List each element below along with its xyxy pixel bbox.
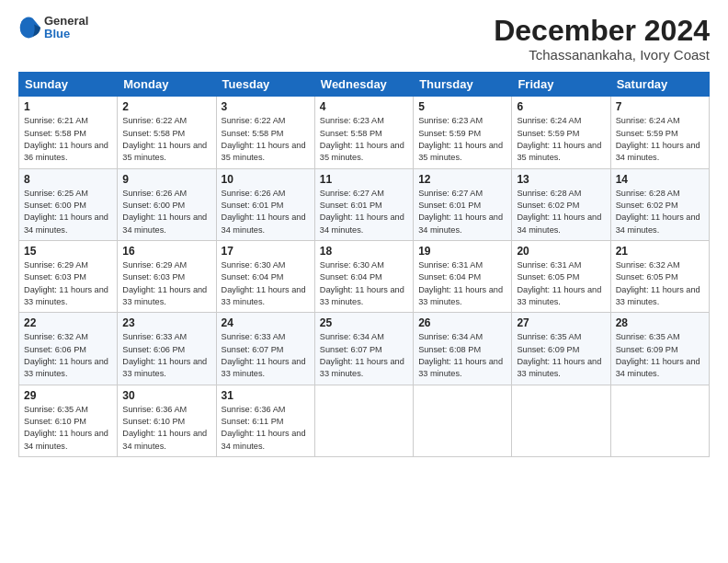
day-number: 10 [222, 173, 310, 186]
cell-info: Sunrise: 6:26 AMSunset: 6:00 PMDaylight:… [122, 189, 207, 235]
calendar-cell [414, 385, 512, 456]
cell-info: Sunrise: 6:22 AMSunset: 5:58 PMDaylight:… [222, 116, 306, 162]
col-friday: Friday [512, 73, 610, 97]
calendar-week-1: 1Sunrise: 6:21 AMSunset: 5:58 PMDaylight… [19, 97, 710, 168]
day-number: 20 [517, 245, 605, 258]
calendar-cell: 17Sunrise: 6:30 AMSunset: 6:04 PMDayligh… [216, 240, 314, 312]
calendar-week-2: 8Sunrise: 6:25 AMSunset: 6:00 PMDaylight… [19, 168, 710, 240]
col-sunday: Sunday [19, 73, 118, 97]
cell-info: Sunrise: 6:28 AMSunset: 6:02 PMDaylight:… [517, 189, 601, 235]
col-tuesday: Tuesday [216, 73, 314, 97]
calendar-cell: 8Sunrise: 6:25 AMSunset: 6:00 PMDaylight… [19, 168, 118, 240]
calendar-cell: 5Sunrise: 6:23 AMSunset: 5:59 PMDaylight… [414, 97, 512, 168]
calendar-subtitle: Tchassanankaha, Ivory Coast [494, 47, 710, 63]
calendar-cell: 30Sunrise: 6:36 AMSunset: 6:10 PMDayligh… [118, 385, 216, 456]
logo-blue: Blue [44, 28, 88, 40]
col-thursday: Thursday [414, 73, 512, 97]
logo-general: General [44, 15, 88, 28]
calendar-cell: 19Sunrise: 6:31 AMSunset: 6:04 PMDayligh… [414, 240, 512, 312]
calendar-cell: 20Sunrise: 6:31 AMSunset: 6:05 PMDayligh… [512, 240, 610, 312]
cell-info: Sunrise: 6:27 AMSunset: 6:01 PMDaylight:… [320, 189, 404, 235]
calendar-cell: 27Sunrise: 6:35 AMSunset: 6:09 PMDayligh… [512, 313, 610, 385]
calendar-cell: 10Sunrise: 6:26 AMSunset: 6:01 PMDayligh… [216, 168, 314, 240]
calendar-cell: 31Sunrise: 6:36 AMSunset: 6:11 PMDayligh… [216, 385, 314, 456]
day-number: 31 [222, 389, 310, 402]
day-number: 9 [122, 173, 210, 186]
cell-info: Sunrise: 6:24 AMSunset: 5:59 PMDaylight:… [517, 116, 601, 162]
day-number: 29 [24, 389, 112, 402]
calendar-cell: 15Sunrise: 6:29 AMSunset: 6:03 PMDayligh… [19, 240, 118, 312]
day-number: 1 [24, 100, 112, 113]
cell-info: Sunrise: 6:31 AMSunset: 6:05 PMDaylight:… [517, 260, 601, 306]
cell-info: Sunrise: 6:28 AMSunset: 6:02 PMDaylight:… [616, 189, 700, 235]
col-wednesday: Wednesday [314, 73, 413, 97]
calendar-cell: 21Sunrise: 6:32 AMSunset: 6:05 PMDayligh… [610, 240, 709, 312]
cell-info: Sunrise: 6:33 AMSunset: 6:06 PMDaylight:… [122, 332, 207, 378]
calendar-cell [610, 385, 709, 456]
day-number: 12 [418, 173, 506, 186]
title-block: December 2024 Tchassanankaha, Ivory Coas… [494, 15, 710, 63]
cell-info: Sunrise: 6:21 AMSunset: 5:58 PMDaylight:… [24, 116, 108, 162]
calendar-cell: 4Sunrise: 6:23 AMSunset: 5:58 PMDaylight… [314, 97, 413, 168]
calendar-cell: 26Sunrise: 6:34 AMSunset: 6:08 PMDayligh… [414, 313, 512, 385]
header-row: Sunday Monday Tuesday Wednesday Thursday… [19, 73, 710, 97]
day-number: 5 [418, 100, 506, 113]
day-number: 14 [616, 173, 704, 186]
page: General Blue December 2024 Tchassanankah… [0, 0, 728, 563]
calendar-cell: 13Sunrise: 6:28 AMSunset: 6:02 PMDayligh… [512, 168, 610, 240]
calendar-cell: 18Sunrise: 6:30 AMSunset: 6:04 PMDayligh… [314, 240, 413, 312]
calendar-cell: 9Sunrise: 6:26 AMSunset: 6:00 PMDaylight… [118, 168, 216, 240]
day-number: 30 [122, 389, 210, 402]
cell-info: Sunrise: 6:30 AMSunset: 6:04 PMDaylight:… [222, 260, 306, 306]
calendar-cell: 7Sunrise: 6:24 AMSunset: 5:59 PMDaylight… [610, 97, 709, 168]
calendar-cell: 28Sunrise: 6:35 AMSunset: 6:09 PMDayligh… [610, 313, 709, 385]
logo: General Blue [18, 15, 88, 41]
cell-info: Sunrise: 6:32 AMSunset: 6:06 PMDaylight:… [24, 332, 108, 378]
day-number: 17 [222, 245, 310, 258]
day-number: 27 [517, 316, 605, 329]
logo-icon [18, 15, 40, 40]
calendar-cell: 22Sunrise: 6:32 AMSunset: 6:06 PMDayligh… [19, 313, 118, 385]
calendar-cell: 2Sunrise: 6:22 AMSunset: 5:58 PMDaylight… [118, 97, 216, 168]
cell-info: Sunrise: 6:22 AMSunset: 5:58 PMDaylight:… [122, 116, 207, 162]
day-number: 24 [222, 316, 310, 329]
day-number: 26 [418, 316, 506, 329]
cell-info: Sunrise: 6:24 AMSunset: 5:59 PMDaylight:… [616, 116, 700, 162]
calendar-cell: 6Sunrise: 6:24 AMSunset: 5:59 PMDaylight… [512, 97, 610, 168]
day-number: 11 [320, 173, 408, 186]
calendar-cell [512, 385, 610, 456]
cell-info: Sunrise: 6:35 AMSunset: 6:09 PMDaylight:… [616, 332, 700, 378]
day-number: 15 [24, 245, 112, 258]
day-number: 18 [320, 245, 408, 258]
day-number: 8 [24, 173, 112, 186]
calendar-cell: 16Sunrise: 6:29 AMSunset: 6:03 PMDayligh… [118, 240, 216, 312]
calendar-cell: 12Sunrise: 6:27 AMSunset: 6:01 PMDayligh… [414, 168, 512, 240]
cell-info: Sunrise: 6:32 AMSunset: 6:05 PMDaylight:… [616, 260, 700, 306]
cell-info: Sunrise: 6:36 AMSunset: 6:11 PMDaylight:… [222, 405, 306, 451]
cell-info: Sunrise: 6:34 AMSunset: 6:07 PMDaylight:… [320, 332, 404, 378]
day-number: 2 [122, 100, 210, 113]
calendar-week-3: 15Sunrise: 6:29 AMSunset: 6:03 PMDayligh… [19, 240, 710, 312]
day-number: 3 [222, 100, 310, 113]
calendar-week-4: 22Sunrise: 6:32 AMSunset: 6:06 PMDayligh… [19, 313, 710, 385]
calendar-week-5: 29Sunrise: 6:35 AMSunset: 6:10 PMDayligh… [19, 385, 710, 456]
day-number: 6 [517, 100, 605, 113]
cell-info: Sunrise: 6:36 AMSunset: 6:10 PMDaylight:… [122, 405, 207, 451]
calendar-cell: 1Sunrise: 6:21 AMSunset: 5:58 PMDaylight… [19, 97, 118, 168]
day-number: 16 [122, 245, 210, 258]
cell-info: Sunrise: 6:30 AMSunset: 6:04 PMDaylight:… [320, 260, 404, 306]
day-number: 22 [24, 316, 112, 329]
calendar-cell: 24Sunrise: 6:33 AMSunset: 6:07 PMDayligh… [216, 313, 314, 385]
day-number: 23 [122, 316, 210, 329]
cell-info: Sunrise: 6:27 AMSunset: 6:01 PMDaylight:… [418, 189, 503, 235]
calendar-cell: 3Sunrise: 6:22 AMSunset: 5:58 PMDaylight… [216, 97, 314, 168]
cell-info: Sunrise: 6:29 AMSunset: 6:03 PMDaylight:… [24, 260, 108, 306]
calendar-cell: 25Sunrise: 6:34 AMSunset: 6:07 PMDayligh… [314, 313, 413, 385]
cell-info: Sunrise: 6:31 AMSunset: 6:04 PMDaylight:… [418, 260, 503, 306]
cell-info: Sunrise: 6:35 AMSunset: 6:10 PMDaylight:… [24, 405, 108, 451]
cell-info: Sunrise: 6:26 AMSunset: 6:01 PMDaylight:… [222, 189, 306, 235]
day-number: 19 [418, 245, 506, 258]
cell-info: Sunrise: 6:35 AMSunset: 6:09 PMDaylight:… [517, 332, 601, 378]
day-number: 25 [320, 316, 408, 329]
calendar-table: Sunday Monday Tuesday Wednesday Thursday… [18, 72, 710, 457]
